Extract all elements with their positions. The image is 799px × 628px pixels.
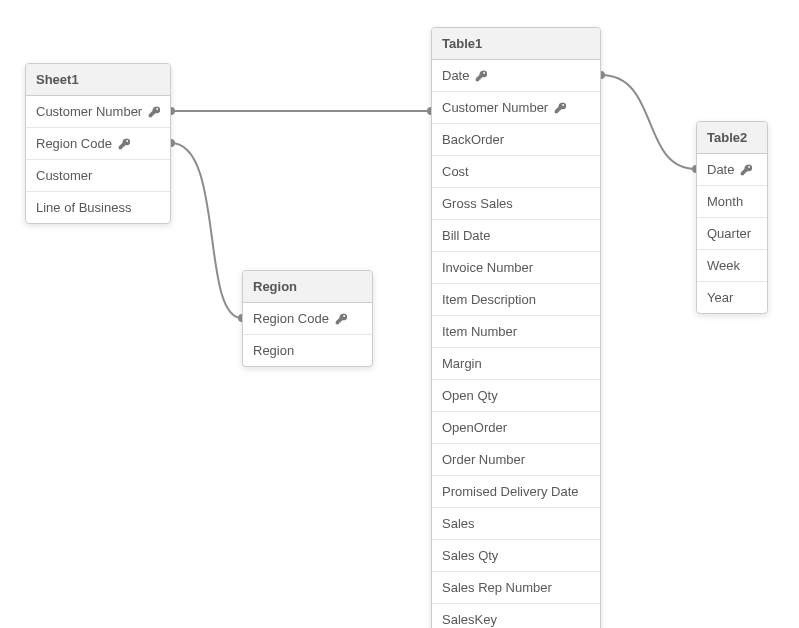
field-row[interactable]: Item Description [432, 284, 600, 316]
field-label: Month [707, 194, 743, 209]
field-row[interactable]: Line of Business [26, 192, 170, 223]
field-label: Margin [442, 356, 482, 371]
field-label: Bill Date [442, 228, 490, 243]
field-label: BackOrder [442, 132, 504, 147]
field-row[interactable]: Customer [26, 160, 170, 192]
field-label: Region Code [36, 136, 112, 151]
key-icon [335, 313, 347, 325]
key-icon [475, 70, 487, 82]
field-label: Item Description [442, 292, 536, 307]
field-label: Item Number [442, 324, 517, 339]
field-label: Gross Sales [442, 196, 513, 211]
field-row[interactable]: Margin [432, 348, 600, 380]
field-label: Customer Number [442, 100, 548, 115]
field-label: Date [442, 68, 469, 83]
key-icon [148, 106, 160, 118]
table-header[interactable]: Sheet1 [26, 64, 170, 96]
field-row[interactable]: Quarter [697, 218, 767, 250]
connector-sheet1-region [171, 143, 242, 318]
key-icon [740, 164, 752, 176]
field-row[interactable]: Sales Qty [432, 540, 600, 572]
key-icon [554, 102, 566, 114]
field-row[interactable]: Order Number [432, 444, 600, 476]
key-icon [118, 138, 130, 150]
field-label: Cost [442, 164, 469, 179]
field-label: Week [707, 258, 740, 273]
field-row[interactable]: SalesKey [432, 604, 600, 628]
field-row[interactable]: Sales [432, 508, 600, 540]
field-row[interactable]: Customer Number [26, 96, 170, 128]
field-list: Region CodeRegion [243, 303, 372, 366]
field-label: Quarter [707, 226, 751, 241]
table-table1[interactable]: Table1 DateCustomer NumberBackOrderCostG… [431, 27, 601, 628]
field-row[interactable]: OpenOrder [432, 412, 600, 444]
field-label: Region [253, 343, 294, 358]
field-row[interactable]: Invoice Number [432, 252, 600, 284]
field-label: Order Number [442, 452, 525, 467]
field-row[interactable]: Month [697, 186, 767, 218]
field-label: Region Code [253, 311, 329, 326]
field-row[interactable]: Gross Sales [432, 188, 600, 220]
field-row[interactable]: Week [697, 250, 767, 282]
table-title: Table2 [707, 130, 747, 145]
field-label: Sales Rep Number [442, 580, 552, 595]
field-row[interactable]: Region [243, 335, 372, 366]
field-label: Sales [442, 516, 475, 531]
table-title: Sheet1 [36, 72, 79, 87]
table-header[interactable]: Region [243, 271, 372, 303]
field-label: Line of Business [36, 200, 131, 215]
field-label: Date [707, 162, 734, 177]
table-table2[interactable]: Table2 DateMonthQuarterWeekYear [696, 121, 768, 314]
field-row[interactable]: Date [697, 154, 767, 186]
table-header[interactable]: Table2 [697, 122, 767, 154]
table-header[interactable]: Table1 [432, 28, 600, 60]
field-row[interactable]: Open Qty [432, 380, 600, 412]
field-row[interactable]: Bill Date [432, 220, 600, 252]
field-list: DateMonthQuarterWeekYear [697, 154, 767, 313]
field-label: Year [707, 290, 733, 305]
field-row[interactable]: Year [697, 282, 767, 313]
table-sheet1[interactable]: Sheet1 Customer NumberRegion CodeCustome… [25, 63, 171, 224]
field-row[interactable]: Customer Number [432, 92, 600, 124]
field-label: Sales Qty [442, 548, 498, 563]
field-row[interactable]: Sales Rep Number [432, 572, 600, 604]
field-row[interactable]: Cost [432, 156, 600, 188]
field-row[interactable]: BackOrder [432, 124, 600, 156]
field-list: Customer NumberRegion CodeCustomerLine o… [26, 96, 170, 223]
table-region[interactable]: Region Region CodeRegion [242, 270, 373, 367]
table-title: Table1 [442, 36, 482, 51]
field-row[interactable]: Promised Delivery Date [432, 476, 600, 508]
field-label: Invoice Number [442, 260, 533, 275]
field-label: Open Qty [442, 388, 498, 403]
field-list: DateCustomer NumberBackOrderCostGross Sa… [432, 60, 600, 628]
field-row[interactable]: Item Number [432, 316, 600, 348]
field-label: Promised Delivery Date [442, 484, 579, 499]
field-label: SalesKey [442, 612, 497, 627]
table-title: Region [253, 279, 297, 294]
field-row[interactable]: Date [432, 60, 600, 92]
connector-table1-table2 [601, 75, 696, 169]
field-row[interactable]: Region Code [243, 303, 372, 335]
field-label: Customer Number [36, 104, 142, 119]
field-row[interactable]: Region Code [26, 128, 170, 160]
field-label: OpenOrder [442, 420, 507, 435]
field-label: Customer [36, 168, 92, 183]
